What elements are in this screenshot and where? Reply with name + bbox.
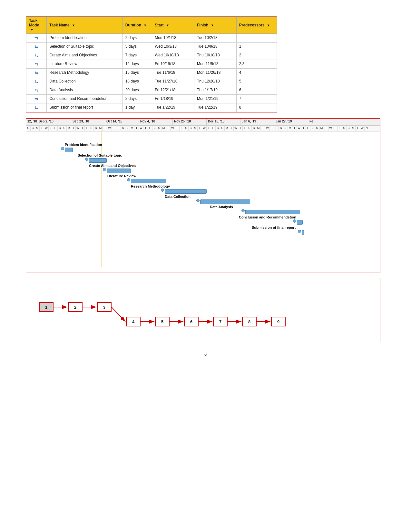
gantt-day-cell: T bbox=[103, 126, 107, 131]
cell-finish: Mon 11/26/18 bbox=[194, 69, 236, 77]
gantt-task-label: Data Analysis bbox=[210, 205, 233, 209]
gantt-day-cell: M bbox=[161, 126, 166, 131]
cell-name: Selection of Suitable topic bbox=[47, 43, 122, 51]
gantt-bar bbox=[302, 230, 304, 235]
cell-name: Problem Identification bbox=[47, 34, 122, 43]
gantt-day-cell: T bbox=[229, 126, 234, 131]
gantt-task-icon bbox=[161, 189, 164, 192]
gantt-day-cell: M bbox=[319, 126, 324, 131]
gantt-body: Problem IdentificationSelection of Suita… bbox=[26, 131, 380, 267]
network-node: 4 bbox=[126, 317, 141, 326]
cell-name: Conclusion and Recommendetion bbox=[47, 95, 122, 103]
gantt-day-cell: W bbox=[171, 126, 175, 131]
gantt-day-cell: M bbox=[225, 126, 229, 131]
cell-duration: 15 days bbox=[122, 69, 152, 77]
gantt-bar bbox=[131, 179, 166, 183]
gantt-day-cell: F bbox=[53, 126, 58, 131]
gantt-bar bbox=[65, 148, 73, 152]
cell-finish: Mon 1/21/19 bbox=[194, 95, 236, 103]
gantt-period-label: Nov 25, '18 bbox=[173, 119, 207, 125]
svg-line-3 bbox=[112, 307, 125, 322]
cell-duration: 2 days bbox=[122, 34, 152, 43]
gantt-day-cell: F bbox=[274, 126, 279, 131]
cell-name: Data Collection bbox=[47, 77, 122, 86]
cell-duration: 7 days bbox=[122, 51, 152, 60]
gantt-day-cell: M bbox=[98, 126, 103, 131]
gantt-task-icon bbox=[298, 230, 301, 233]
col-header-mode[interactable]: TaskMode ▼ bbox=[26, 17, 47, 34]
col-header-name[interactable]: Task Name ▼ bbox=[47, 17, 122, 34]
gantt-task-label: Literature Review bbox=[107, 174, 136, 178]
gantt-bar bbox=[107, 169, 131, 173]
table-row: ⇆ Research Methodology 15 days Tue 11/6/… bbox=[26, 69, 277, 77]
cell-pred: 2 bbox=[236, 51, 277, 60]
cell-name: Data Analysis bbox=[47, 86, 122, 95]
cell-start: Mon 10/1/18 bbox=[152, 34, 194, 43]
cell-duration: 18 days bbox=[122, 77, 152, 86]
col-header-finish[interactable]: Finish ▼ bbox=[194, 17, 236, 34]
gantt-day-cell: W bbox=[360, 126, 365, 131]
gantt-bar bbox=[200, 199, 250, 204]
gantt-day-cell: W bbox=[139, 126, 143, 131]
gantt-day-cell: M bbox=[288, 126, 292, 131]
cell-finish: Thu 1/17/19 bbox=[194, 86, 236, 95]
gantt-day-cell: M bbox=[351, 126, 356, 131]
gantt-day-cell: F bbox=[338, 126, 342, 131]
gantt-day-cell: S bbox=[216, 126, 220, 131]
gantt-task-label: Selection of Suitable topic bbox=[78, 153, 122, 157]
cell-start: Fri 1/18/19 bbox=[152, 95, 194, 103]
network-node: 5 bbox=[155, 317, 170, 326]
cell-mode: ⇆ bbox=[26, 60, 47, 69]
gantt-task-label: Create Aims and Objectives bbox=[89, 164, 136, 168]
gantt-task-label: Data Collection bbox=[165, 195, 191, 198]
cell-mode: ⇆ bbox=[26, 34, 47, 43]
gantt-day-cell: T bbox=[112, 126, 116, 131]
gantt-day-cell: M bbox=[256, 126, 261, 131]
cell-pred: 4 bbox=[236, 69, 277, 77]
gantt-period-label: Fe bbox=[308, 119, 324, 125]
cell-pred: 1 bbox=[236, 43, 277, 51]
cell-start: Tue 1/22/19 bbox=[152, 103, 194, 112]
gantt-task-label: Problem Identification bbox=[65, 143, 102, 147]
table-row: ⇆ Data Collection 18 days Tue 11/27/18 T… bbox=[26, 77, 277, 86]
gantt-header-periods: 12, '18Sep 2, '18Sep 23, '18Oct 14, '18N… bbox=[26, 119, 380, 126]
gantt-day-cell: F bbox=[180, 126, 184, 131]
gantt-day-cell: F bbox=[116, 126, 121, 131]
gantt-day-cell: T bbox=[292, 126, 297, 131]
cell-mode: ⇆ bbox=[26, 43, 47, 51]
cell-finish: Tue 10/2/18 bbox=[194, 34, 236, 43]
gantt-day-cell: S bbox=[342, 126, 347, 131]
gantt-day-cell: T bbox=[198, 126, 202, 131]
gantt-day-cell: S bbox=[152, 126, 157, 131]
gantt-day-cell: W bbox=[328, 126, 333, 131]
gantt-day-cell: S bbox=[58, 126, 62, 131]
gantt-header-days: SSMTWTFSSMTWTFSSMTWTFSSMTWTFSSMTWTFSSMTW… bbox=[26, 126, 380, 131]
gantt-period-label: Oct 14, '18 bbox=[105, 119, 139, 125]
cell-name: Litrature Review bbox=[47, 60, 122, 69]
cell-duration: 12 days bbox=[122, 60, 152, 69]
cell-start: Tue 11/6/18 bbox=[152, 69, 194, 77]
network-node: 2 bbox=[68, 302, 83, 312]
col-header-predecessors[interactable]: Predecessors ▼ bbox=[236, 17, 277, 34]
cell-start: Tue 11/27/18 bbox=[152, 77, 194, 86]
col-header-duration[interactable]: Duration ▼ bbox=[122, 17, 152, 34]
gantt-day-cell: W bbox=[107, 126, 112, 131]
gantt-day-cell: F bbox=[306, 126, 310, 131]
table-row: ⇆ Conclusion and Recommendetion 2 days F… bbox=[26, 95, 277, 103]
gantt-day-cell: S bbox=[220, 126, 225, 131]
gantt-day-cell: T bbox=[49, 126, 53, 131]
cell-name: Research Methodology bbox=[47, 69, 122, 77]
gantt-bar bbox=[245, 210, 300, 214]
gantt-period-label: 12, '18 bbox=[26, 119, 37, 125]
cell-name: Submission of final report bbox=[47, 103, 122, 112]
gantt-day-cell: W bbox=[297, 126, 301, 131]
gantt-day-cell: S bbox=[247, 126, 252, 131]
gantt-day-cell: W bbox=[76, 126, 80, 131]
gantt-period-label: Jan 6, '19 bbox=[240, 119, 274, 125]
col-header-start[interactable]: Start ▼ bbox=[152, 17, 194, 34]
gantt-task-label: Conclusion and Recommendetion bbox=[239, 215, 296, 219]
gantt-day-cell: S bbox=[283, 126, 288, 131]
cell-pred: 2,3 bbox=[236, 60, 277, 69]
cell-finish: Mon 11/5/18 bbox=[194, 60, 236, 69]
gantt-day-cell: S bbox=[26, 126, 31, 131]
